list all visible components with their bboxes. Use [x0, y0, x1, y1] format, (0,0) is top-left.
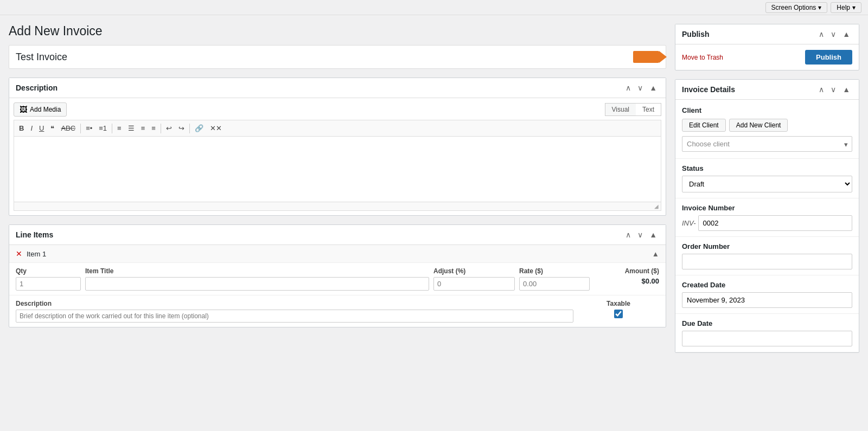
justify-btn[interactable]: ≡ — [149, 123, 158, 134]
item-title-input[interactable] — [85, 277, 429, 291]
item-1-label: Item 1 — [27, 250, 46, 258]
line-items-panel-title: Line Items — [16, 230, 53, 239]
desc-col-header: Description — [16, 300, 573, 307]
status-select[interactable]: Draft Published Cancelled — [682, 176, 852, 192]
ordered-list-btn[interactable]: ≡1 — [96, 123, 110, 134]
publish-button[interactable]: Publish — [805, 50, 852, 65]
description-panel-controls: ∧ ∨ ▲ — [623, 82, 659, 93]
details-toggle-btn[interactable]: ▲ — [840, 84, 852, 95]
align-center-btn[interactable]: ☰ — [125, 123, 137, 134]
screen-options-chevron-icon: ▾ — [818, 4, 821, 11]
description-collapse-up-btn[interactable]: ∧ — [623, 82, 633, 93]
description-panel: Description ∧ ∨ ▲ 🖼 Add Media Visual Tex… — [9, 78, 666, 216]
due-date-label: Due Date — [682, 319, 852, 327]
help-button[interactable]: Help ▾ — [831, 2, 861, 13]
item-1-header: ✕ Item 1 ▲ — [9, 245, 666, 263]
title-row — [9, 46, 666, 68]
due-date-section: Due Date — [675, 314, 859, 352]
taxable-col: Taxable — [578, 300, 659, 323]
bold-btn[interactable]: B — [16, 123, 27, 134]
editor-resize-handle: ◢ — [14, 202, 661, 210]
qty-header: Qty — [16, 267, 81, 277]
details-collapse-up-btn[interactable]: ∧ — [816, 84, 826, 95]
line-items-toggle-btn[interactable]: ▲ — [647, 229, 659, 240]
page-title: Add New Invoice — [9, 24, 666, 38]
desc-col: Description — [16, 300, 573, 323]
invoice-details-panel-controls: ∧ ∨ ▲ — [816, 84, 852, 95]
item-1-header-left: ✕ Item 1 — [16, 249, 46, 258]
fullscreen-btn[interactable]: ✕✕ — [207, 123, 225, 134]
unordered-list-btn[interactable]: ≡• — [83, 123, 95, 134]
italic-btn[interactable]: I — [28, 123, 35, 134]
text-tab[interactable]: Text — [636, 104, 661, 115]
taxable-checkbox[interactable] — [614, 310, 623, 318]
invoice-number-input[interactable] — [698, 215, 852, 231]
link-btn[interactable]: 🔗 — [192, 123, 206, 134]
description-collapse-down-btn[interactable]: ∨ — [635, 82, 645, 93]
align-right-btn[interactable]: ≡ — [138, 123, 148, 134]
line-items-collapse-up-btn[interactable]: ∧ — [623, 229, 633, 240]
qty-col: Qty — [16, 267, 81, 291]
line-items-collapse-down-btn[interactable]: ∨ — [635, 229, 645, 240]
main-content: Add New Invoice Description ∧ ∨ ▲ — [9, 24, 666, 431]
amount-header: Amount ($) — [625, 267, 659, 277]
client-select-wrap: Choose client ▾ — [682, 136, 852, 152]
blockquote-btn[interactable]: ❝ — [48, 123, 57, 134]
description-row: Description Taxable — [9, 295, 666, 327]
visual-tab[interactable]: Visual — [605, 104, 636, 115]
item-title-header: Item Title — [85, 267, 429, 277]
created-date-section: Created Date — [675, 275, 859, 314]
line-items-panel-header: Line Items ∧ ∨ ▲ — [9, 225, 666, 245]
toolbar-separator-1 — [80, 124, 81, 133]
screen-options-button[interactable]: Screen Options ▾ — [765, 2, 828, 13]
rate-input[interactable] — [519, 277, 590, 291]
page-wrapper: Add New Invoice Description ∧ ∨ ▲ — [0, 15, 868, 431]
desc-input[interactable] — [16, 310, 573, 323]
arrow-decoration — [633, 51, 659, 63]
publish-collapse-up-btn[interactable]: ∧ — [816, 29, 826, 40]
editor-body: ◢ — [14, 136, 661, 211]
taxable-header: Taxable — [607, 300, 630, 307]
invoice-number-wrap: INV- — [682, 215, 852, 231]
publish-toggle-btn[interactable]: ▲ — [840, 29, 852, 40]
add-new-client-button[interactable]: Add New Client — [729, 119, 788, 132]
description-panel-title: Description — [16, 83, 58, 92]
underline-btn[interactable]: U — [36, 123, 47, 134]
order-number-label: Order Number — [682, 242, 852, 250]
order-number-input[interactable] — [682, 254, 852, 269]
line-items-panel: Line Items ∧ ∨ ▲ ✕ Item 1 ▲ Qty — [9, 224, 666, 327]
add-media-icon: 🖼 — [20, 105, 27, 114]
title-input-wrap — [9, 45, 666, 69]
align-left-btn[interactable]: ≡ — [114, 123, 124, 134]
move-to-trash-button[interactable]: Move to Trash — [682, 54, 723, 61]
qty-input[interactable] — [16, 277, 81, 291]
item-1-collapse-btn[interactable]: ▲ — [652, 250, 659, 258]
toolbar-separator-3 — [161, 124, 161, 133]
remove-item-1-button[interactable]: ✕ — [16, 249, 22, 258]
post-title-input[interactable] — [16, 52, 622, 63]
publish-collapse-down-btn[interactable]: ∨ — [828, 29, 838, 40]
editor-content[interactable] — [14, 137, 661, 202]
undo-btn[interactable]: ↩ — [163, 123, 175, 134]
details-collapse-down-btn[interactable]: ∨ — [828, 84, 838, 95]
client-label: Client — [682, 106, 852, 114]
add-media-button[interactable]: 🖼 Add Media — [14, 102, 67, 117]
rate-col: Rate ($) — [519, 267, 590, 291]
redo-btn[interactable]: ↪ — [176, 123, 187, 134]
add-media-label: Add Media — [30, 106, 61, 113]
format-toolbar: B I U ❝ ABC ≡• ≡1 ≡ ☰ ≡ ≡ ↩ ↪ — [14, 120, 661, 136]
created-date-input[interactable] — [682, 292, 852, 308]
item-title-col: Item Title — [85, 267, 429, 291]
toolbar-separator-4 — [189, 124, 190, 133]
adjust-input[interactable] — [433, 277, 515, 291]
strikethrough-btn[interactable]: ABC — [58, 123, 78, 134]
line-items-columns: Qty Item Title Adjust (%) Rate ($) Amoun… — [9, 263, 666, 295]
edit-client-button[interactable]: Edit Client — [682, 119, 726, 132]
description-toggle-btn[interactable]: ▲ — [647, 82, 659, 93]
due-date-input[interactable] — [682, 331, 852, 346]
help-label: Help — [837, 4, 850, 11]
line-items-panel-controls: ∧ ∨ ▲ — [623, 229, 659, 240]
sidebar: Publish ∧ ∨ ▲ Move to Trash Publish Invo… — [675, 24, 859, 431]
arrow-shape — [633, 51, 659, 63]
client-select[interactable]: Choose client — [682, 136, 852, 152]
